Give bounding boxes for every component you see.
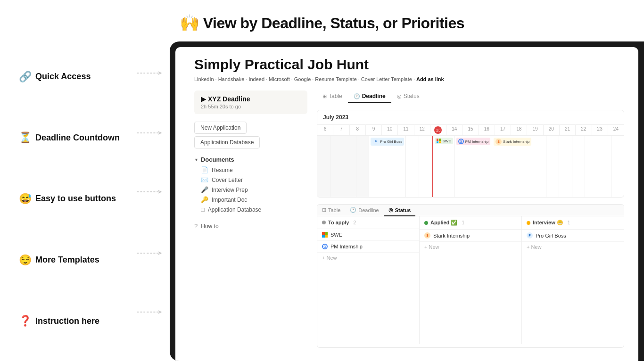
documents-section: ▼ Documents 📄 Resume ✉️ Cover Letter: [194, 156, 307, 214]
link-handshake[interactable]: Handshake: [218, 76, 245, 82]
doc-interview-prep[interactable]: 🎤 Interview Prep: [194, 185, 307, 195]
stark-card-label: Stark Internship: [433, 233, 470, 239]
deadline-countdown-text: 2h 55m 20s to go: [201, 104, 301, 109]
board-card-pm-internship[interactable]: G PM Internship: [317, 241, 419, 253]
calendar-body: P Pro Girl Boss: [317, 136, 624, 197]
cal-event-pro-girl-boss[interactable]: P Pro Girl Boss: [371, 138, 404, 146]
notion-page: Simply Practical Job Hunt LinkedIn · Han…: [175, 47, 638, 361]
board-card-pro-girl-boss[interactable]: P Pro Girl Boss: [522, 230, 624, 242]
device-frame: Simply Practical Job Hunt LinkedIn · Han…: [170, 41, 644, 361]
how-to-label: How to: [201, 223, 218, 230]
google-icon-board: G: [322, 244, 328, 249]
bottom-view-tabs: ⊞ Table 🕐 Deadline ◎ Status: [317, 205, 624, 216]
tab-table-top[interactable]: ⊞ Table: [317, 90, 348, 103]
link-microsoft[interactable]: Microsoft: [269, 76, 290, 82]
cal-event-stark[interactable]: S Stark Internship: [494, 138, 531, 146]
device-inner: Simply Practical Job Hunt LinkedIn · Han…: [175, 47, 638, 361]
buttons-label: Easy to use buttons: [35, 194, 116, 204]
action-buttons: New Application Application Database: [194, 122, 307, 148]
deadline-title: ▶ XYZ Deadline: [201, 95, 301, 103]
left-labels-panel: 🔗 Quick Access ⏳ Deadline Countdown 😅 Ea…: [0, 41, 165, 361]
quick-access-emoji: 🔗: [19, 71, 32, 83]
tab-status-top[interactable]: ◎ Status: [391, 90, 425, 103]
doc-important-doc[interactable]: 🔑 Important Doc: [194, 195, 307, 205]
stark-icon-board: S: [424, 232, 430, 239]
label-easy-buttons: 😅 Easy to use buttons: [19, 193, 156, 205]
link-resume-template[interactable]: Resume Template: [315, 76, 356, 82]
link-cover-letter[interactable]: Cover Letter Template: [361, 76, 412, 82]
link-linkedin[interactable]: LinkedIn: [194, 76, 214, 82]
board-card-swe[interactable]: SWE: [317, 229, 419, 241]
add-icon-to-apply: + New: [322, 255, 337, 261]
to-apply-count: 2: [353, 220, 356, 225]
label-quick-access: 🔗 Quick Access: [19, 71, 156, 83]
status-icon-top: ◎: [397, 93, 402, 99]
deadline-box: ▶ XYZ Deadline 2h 55m 20s to go: [194, 90, 307, 114]
how-to-item[interactable]: ? How to: [194, 221, 307, 231]
board-add-applied[interactable]: + New: [420, 242, 521, 252]
deadline-arrow: ▶: [201, 95, 206, 103]
link-add-as-link[interactable]: Add as link: [416, 76, 444, 82]
new-application-button[interactable]: New Application: [194, 122, 247, 134]
templates-emoji: 😌: [19, 254, 32, 266]
cover-letter-icon: ✉️: [201, 176, 208, 183]
tab-status-bottom[interactable]: ◎ Status: [384, 205, 416, 216]
label-more-templates: 😌 More Templates: [19, 254, 156, 266]
cal-event-swe[interactable]: SWE: [435, 138, 453, 144]
interview-prep-label: Interview Prep: [212, 187, 248, 193]
tab-table-top-label: Table: [329, 93, 342, 99]
right-column: ⊞ Table 🕐 Deadline ◎ Status: [317, 90, 624, 348]
header-emoji: 🙌: [180, 14, 199, 32]
board-col-to-apply-header: To apply 2: [317, 216, 419, 229]
calendar-view: July 2023 6 7 8 9 10 11 12: [317, 110, 624, 197]
to-apply-label: To apply: [328, 220, 349, 225]
main-layout: 🔗 Quick Access ⏳ Deadline Countdown 😅 Ea…: [0, 41, 644, 361]
pro-icon-board: P: [527, 232, 533, 239]
instruction-label: Instruction here: [35, 316, 99, 326]
doc-application-database[interactable]: □ Application Database: [194, 205, 307, 214]
tab-deadline-bottom[interactable]: 🕐 Deadline: [345, 205, 383, 216]
resume-label: Resume: [212, 167, 233, 173]
instruction-emoji: ❓: [19, 315, 32, 327]
cal-event-pm-internship[interactable]: G PM Internship: [456, 138, 490, 145]
status-icon-bottom: ◎: [388, 207, 393, 213]
calendar-header: July 2023: [317, 110, 624, 125]
link-google[interactable]: Google: [294, 76, 311, 82]
top-view-tabs: ⊞ Table 🕐 Deadline ◎ Status: [317, 90, 624, 103]
interview-label: Interview 😬: [533, 220, 563, 226]
applied-count: 1: [462, 220, 464, 225]
tab-status-top-label: Status: [404, 93, 420, 99]
table-icon-bottom: ⊞: [322, 207, 326, 213]
board-add-to-apply[interactable]: + New: [317, 253, 419, 263]
link-indeed[interactable]: Indeed: [248, 76, 264, 82]
cover-letter-label: Cover Letter: [212, 177, 243, 183]
tab-deadline-top[interactable]: 🕐 Deadline: [348, 90, 391, 103]
label-deadline-countdown: ⏳ Deadline Countdown: [19, 132, 156, 144]
deadline-label: Deadline Countdown: [35, 133, 120, 143]
add-icon-applied: + New: [424, 244, 439, 250]
content-columns: ▶ XYZ Deadline 2h 55m 20s to go New Appl…: [194, 90, 624, 348]
doc-resume[interactable]: 📄 Resume: [194, 165, 307, 175]
pro-girl-boss-card-label: Pro Girl Boss: [536, 233, 566, 239]
tab-table-bottom[interactable]: ⊞ Table: [317, 205, 345, 216]
board-card-stark[interactable]: S Stark Internship: [420, 230, 521, 242]
applied-label: Applied ✅: [430, 220, 457, 226]
app-db-icon: □: [201, 206, 205, 213]
deadline-emoji: ⏳: [19, 132, 32, 144]
add-icon-interview: + New: [527, 244, 542, 250]
page-header: 🙌 View by Deadline, Status, or Prioritie…: [0, 0, 644, 41]
deadline-icon-bottom: 🕐: [350, 207, 356, 213]
triangle-icon: ▼: [194, 157, 198, 162]
board-add-interview[interactable]: + New: [522, 242, 624, 252]
board-columns: To apply 2 SWE: [317, 216, 624, 344]
doc-cover-letter[interactable]: ✉️ Cover Letter: [194, 175, 307, 185]
tab-table-bottom-label: Table: [328, 207, 340, 213]
templates-label: More Templates: [35, 255, 99, 265]
left-column: ▶ XYZ Deadline 2h 55m 20s to go New Appl…: [194, 90, 307, 348]
documents-label: Documents: [201, 156, 234, 163]
deadline-icon-top: 🕐: [354, 93, 360, 99]
tab-deadline-top-label: Deadline: [362, 93, 386, 99]
google-icon-cal: G: [458, 139, 464, 144]
important-doc-icon: 🔑: [201, 196, 208, 203]
application-database-button[interactable]: Application Database: [194, 136, 260, 148]
